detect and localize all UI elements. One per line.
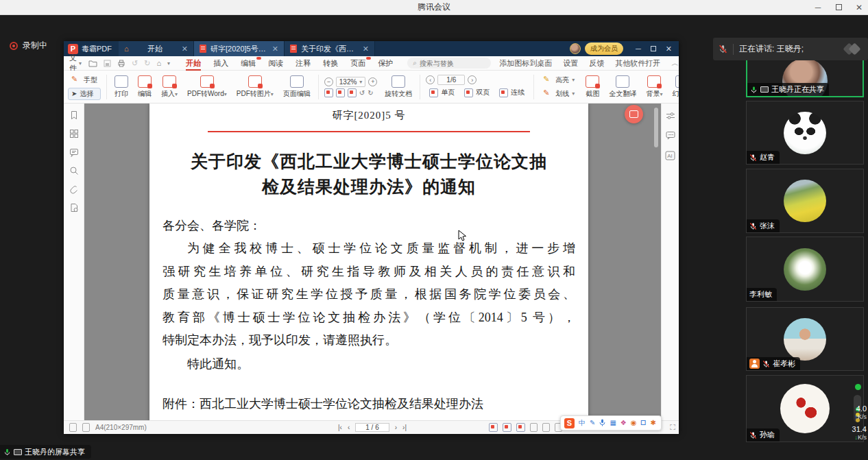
minimize-icon[interactable]: ─: [813, 3, 823, 12]
edit-button[interactable]: 编辑: [136, 74, 154, 100]
save-icon[interactable]: [104, 60, 111, 67]
status-page-indicator[interactable]: 1 / 6: [355, 423, 389, 432]
open-with-other-button[interactable]: 其他软件打开: [615, 58, 660, 69]
feedback-chat-icon[interactable]: [666, 131, 675, 140]
menu-read[interactable]: 阅读: [262, 56, 289, 71]
thumbnails-icon[interactable]: [69, 129, 79, 138]
prev-page-icon[interactable]: ‹: [348, 424, 350, 431]
zoom-level[interactable]: 132%▾: [336, 77, 366, 87]
screenshot-button[interactable]: 截图: [583, 74, 601, 100]
doc-info-icon[interactable]: [69, 203, 79, 213]
menu-protect[interactable]: 保护: [372, 56, 399, 71]
input-mode-icon[interactable]: 中: [579, 420, 586, 426]
tab-close-icon[interactable]: ✕: [363, 45, 369, 53]
fullscreen-icon[interactable]: ⛶: [670, 423, 675, 432]
view-mode-icon[interactable]: [503, 423, 511, 432]
double-page-button[interactable]: 双页: [461, 86, 493, 99]
become-member-button[interactable]: 成为会员: [585, 43, 623, 55]
rotate-left-icon[interactable]: ↺: [359, 89, 365, 97]
sogou-settings-icon[interactable]: ✱: [651, 420, 656, 426]
highlight-button[interactable]: 高亮▾: [540, 74, 578, 86]
vertical-scrollbar[interactable]: [654, 108, 658, 147]
print-icon[interactable]: [117, 60, 125, 67]
search-panel-icon[interactable]: [69, 166, 79, 175]
underline-button[interactable]: 划线▾: [540, 88, 578, 100]
page-thumb-icon[interactable]: [82, 423, 90, 432]
quick-home-icon[interactable]: ⌂: [156, 59, 161, 67]
participant-tile-sunyu[interactable]: 孙瑜: [746, 375, 864, 442]
menu-edit[interactable]: 编辑: [234, 56, 262, 71]
page-thumb-icon[interactable]: [69, 423, 77, 432]
float-convert-button[interactable]: [625, 105, 643, 123]
mic-muted-icon[interactable]: [719, 45, 727, 53]
bookmark-icon[interactable]: [69, 110, 79, 120]
next-page-icon[interactable]: ›: [395, 424, 397, 431]
rotate-doc-button[interactable]: 旋转文档: [383, 74, 414, 100]
zoom-in-button[interactable]: +: [368, 77, 377, 86]
tab-document-2[interactable]: 关于印发《西北工业大学研... ✕: [285, 41, 375, 56]
voice-input-icon[interactable]: [599, 419, 605, 428]
properties-sliders-icon[interactable]: [666, 112, 675, 120]
continuous-button[interactable]: 连续: [496, 86, 528, 99]
next-page-button[interactable]: ›: [468, 75, 477, 84]
last-page-icon[interactable]: ›|: [402, 424, 407, 431]
close-icon[interactable]: ✕: [854, 3, 864, 12]
select-tool-button[interactable]: ➤选择: [68, 88, 101, 100]
page-edit-button[interactable]: 页面编辑: [281, 74, 313, 100]
layout-single-icon[interactable]: [530, 423, 538, 432]
feedback-button[interactable]: 反馈: [589, 58, 604, 69]
pdf-restore-icon[interactable]: [651, 45, 656, 53]
menu-convert[interactable]: 转换: [317, 56, 344, 71]
participant-tile-zhangmo[interactable]: 张沫: [746, 169, 864, 233]
page-indicator[interactable]: 1/6: [437, 75, 465, 85]
toolbox-icon[interactable]: ◉: [631, 420, 637, 426]
pdf-canvas[interactable]: 研字[2020]5 号 关于印发《西北工业大学博士硕士学位论文抽 检及结果处理办…: [84, 104, 661, 420]
print-button[interactable]: 打印: [112, 74, 130, 100]
layout-continuous-icon[interactable]: [542, 423, 550, 432]
actual-size-icon[interactable]: [348, 88, 357, 97]
pdf-close-icon[interactable]: ✕: [666, 45, 672, 53]
comments-icon[interactable]: [69, 147, 79, 157]
restore-icon[interactable]: [834, 3, 843, 12]
menu-annotate[interactable]: 注释: [289, 56, 317, 71]
menu-home[interactable]: 开始: [180, 56, 207, 71]
participant-tile-liliming[interactable]: 李利敏: [746, 237, 864, 302]
ai-assistant-icon[interactable]: AI: [665, 151, 675, 160]
menu-insert[interactable]: 插入: [207, 56, 234, 71]
tab-close-icon[interactable]: ✕: [272, 45, 278, 53]
search-box[interactable]: ⌕: [407, 58, 491, 69]
prev-page-button[interactable]: ‹: [426, 75, 435, 84]
menu-page[interactable]: 页面: [344, 56, 372, 71]
sogou-grid-icon[interactable]: 🞑: [641, 420, 647, 426]
tab-document-1[interactable]: 研字[2020]5号关于印发《西... ✕: [194, 41, 285, 56]
translate-button[interactable]: 全文翻译: [607, 74, 638, 100]
fit-width-icon[interactable]: [324, 88, 333, 97]
participant-tile-zhaoqing[interactable]: 赵青: [746, 101, 864, 165]
participant-tile-wangxiaodan[interactable]: 王晓丹正在共享: [746, 55, 864, 97]
pdf-to-word-button[interactable]: PDF转Word▾: [185, 74, 229, 100]
skin-icon[interactable]: ❖: [620, 420, 627, 426]
settings-button[interactable]: 设置: [563, 58, 578, 69]
zoom-out-button[interactable]: −: [324, 77, 333, 86]
soft-keyboard-icon[interactable]: ▦: [610, 420, 616, 426]
add-desktop-icon-button[interactable]: 添加图标到桌面: [499, 58, 552, 69]
collapse-ribbon-icon[interactable]: ︿: [671, 58, 679, 69]
more-dropdown-icon[interactable]: ▾: [167, 60, 170, 66]
screen-share-banner[interactable]: 王晓丹的屏幕共享: [0, 445, 91, 459]
view-mode-icon[interactable]: [489, 423, 498, 432]
hand-tool-button[interactable]: 手型: [68, 74, 101, 86]
undo-icon[interactable]: ↺: [132, 59, 138, 68]
tab-close-icon[interactable]: ✕: [182, 45, 188, 53]
participant-tile-cuixiaobin[interactable]: 崔孝彬: [746, 307, 864, 371]
single-page-button[interactable]: 单页: [426, 86, 458, 99]
pdf-to-image-button[interactable]: PDF转图片▾: [234, 74, 276, 100]
insert-button[interactable]: 插入▾: [159, 74, 180, 100]
tab-home[interactable]: ⌂ 开始 ✕: [119, 41, 194, 56]
pdf-minimize-icon[interactable]: ─: [636, 45, 641, 53]
search-input[interactable]: [420, 60, 488, 67]
attachment-icon[interactable]: [69, 184, 79, 194]
rotate-right-icon[interactable]: ↻: [367, 89, 373, 97]
user-avatar[interactable]: [570, 43, 581, 54]
view-mode-icon[interactable]: [516, 423, 525, 432]
redo-icon[interactable]: ↻: [144, 59, 150, 68]
